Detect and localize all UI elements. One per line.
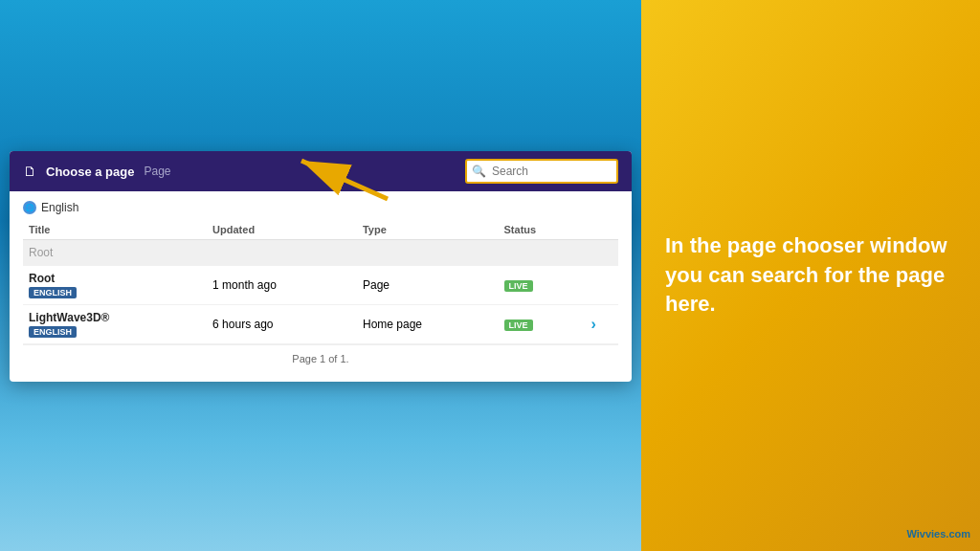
watermark: Wivvies.com <box>906 528 970 540</box>
search-wrapper: 🔍 <box>465 159 618 184</box>
row-updated: 1 month ago <box>207 266 357 305</box>
col-type: Type <box>357 220 499 240</box>
description-text: In the page chooser window you can searc… <box>665 231 956 320</box>
table-row[interactable]: Root ENGLISH 1 month ago Page LIVE <box>23 266 618 305</box>
col-action <box>585 220 618 240</box>
col-status: Status <box>499 220 586 240</box>
badge-english: ENGLISH <box>29 287 77 298</box>
status-badge-live-2: LIVE <box>504 320 533 331</box>
col-title: Title <box>23 220 207 240</box>
row-type: Page <box>357 266 499 305</box>
row-status: LIVE <box>499 266 586 305</box>
search-icon: 🔍 <box>472 165 486 178</box>
page-title-lightwave: LightWave3D® <box>29 311 201 324</box>
status-badge-live: LIVE <box>504 280 533 292</box>
table-row[interactable]: LightWave3D® ENGLISH 6 hours ago Home pa… <box>23 305 618 344</box>
placeholder-label: Root <box>23 240 618 266</box>
search-input[interactable] <box>465 159 618 184</box>
row-chevron-cell <box>585 266 618 305</box>
chevron-right-icon[interactable]: › <box>590 316 595 332</box>
modal-header: 🗋 Choose a page Page 🔍 <box>10 151 632 191</box>
left-panel: 🗋 Choose a page Page 🔍 🌐 English Title <box>0 0 641 551</box>
modal-body: 🌐 English Title Updated Type Status <box>10 191 632 382</box>
row-status-2: LIVE <box>499 305 586 344</box>
row-chevron-cell-2[interactable]: › <box>585 305 618 344</box>
page-title-root: Root <box>29 272 201 285</box>
page-icon: 🗋 <box>23 164 36 179</box>
locale-row: 🌐 English <box>23 201 618 214</box>
pagination-label: Page 1 of 1. <box>292 353 348 364</box>
modal-breadcrumb: Page <box>144 165 170 178</box>
row-updated-2: 6 hours ago <box>207 305 357 344</box>
badge-english-2: ENGLISH <box>29 326 77 338</box>
modal-window: 🗋 Choose a page Page 🔍 🌐 English Title <box>10 151 632 382</box>
col-updated: Updated <box>207 220 357 240</box>
pagination: Page 1 of 1. <box>23 344 618 372</box>
page-table: Title Updated Type Status Root <box>23 220 618 344</box>
modal-title: Choose a page <box>46 165 134 179</box>
right-panel: In the page chooser window you can searc… <box>641 0 980 551</box>
row-title-cell: Root ENGLISH <box>23 266 207 305</box>
locale-label: English <box>41 201 78 214</box>
globe-icon: 🌐 <box>23 201 36 214</box>
row-title-cell: LightWave3D® ENGLISH <box>23 305 207 344</box>
row-type-2: Home page <box>357 305 499 344</box>
table-row-placeholder: Root <box>23 240 618 266</box>
